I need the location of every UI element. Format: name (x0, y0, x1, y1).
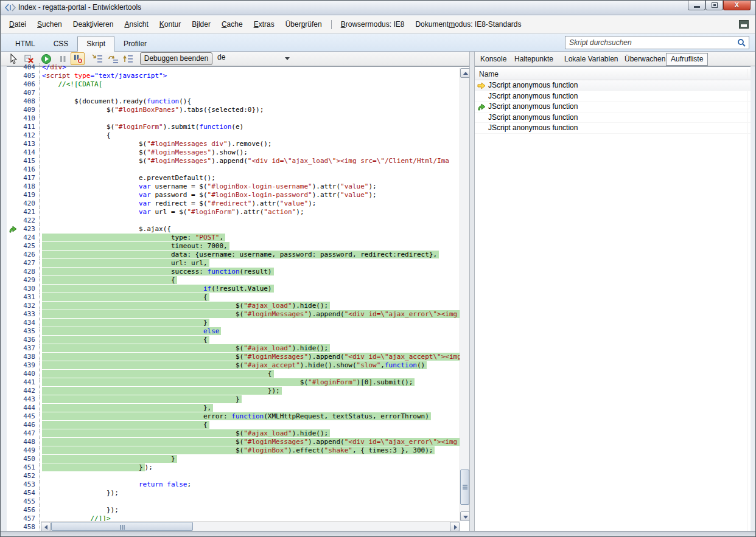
code-text[interactable]: $("#loginBox").effect("shake", { times:3… (40, 446, 435, 455)
tab-skript[interactable]: Skript (77, 36, 114, 52)
code-text[interactable]: } (40, 319, 209, 327)
code-text[interactable]: success: function(result) (40, 268, 274, 276)
code-text[interactable]: $("#ajax_load").hide(); (40, 302, 330, 310)
code-text[interactable]: else (40, 327, 221, 336)
tab-css[interactable]: CSS (44, 36, 78, 52)
code-line[interactable]: 417 e.preventDefault(); (7, 174, 460, 182)
code-line[interactable]: 407 (7, 89, 460, 97)
breakpoint-margin[interactable] (7, 446, 20, 455)
breakpoint-margin[interactable] (7, 199, 20, 208)
menu-mode[interactable]: Browsermodus: IE8 (335, 18, 410, 30)
panel-splitter[interactable] (469, 52, 475, 531)
code-text[interactable]: return false; (40, 480, 191, 489)
code-line[interactable]: 455 (7, 497, 460, 506)
code-line[interactable]: 453 return false; (7, 480, 460, 489)
code-line[interactable]: 421 var url = $("#loginForm").attr("acti… (7, 208, 460, 217)
breakpoint-margin[interactable] (7, 80, 20, 89)
breakpoint-margin[interactable] (7, 140, 20, 148)
breakpoint-margin[interactable] (7, 208, 20, 217)
breakpoint-margin[interactable] (7, 395, 20, 404)
code-text[interactable]: var url = $("#loginForm").attr("action")… (40, 208, 304, 217)
code-text[interactable]: </div> (40, 63, 66, 72)
code-text[interactable]: $("#loginBoxPanes").tabs({selected:0}); (40, 106, 264, 114)
code-editor[interactable]: 404</div>405<script type="text/javascrip… (7, 63, 460, 531)
code-line[interactable]: 422 (7, 217, 460, 225)
code-line[interactable]: 426 data: {username: username, password:… (7, 251, 460, 259)
call-stack-row[interactable]: JScript anonymous function (475, 80, 751, 91)
menu-überprüfen[interactable]: Überprüfen (280, 18, 327, 30)
breakpoint-margin[interactable] (7, 63, 20, 72)
code-text[interactable]: { (40, 276, 177, 285)
breakpoint-margin[interactable] (7, 353, 20, 361)
breakpoint-margin[interactable] (7, 131, 20, 140)
breakpoint-margin[interactable] (7, 472, 20, 480)
code-text[interactable]: { (40, 370, 274, 378)
breakpoint-margin[interactable] (7, 489, 20, 497)
breakpoint-margin[interactable] (7, 429, 20, 438)
code-line[interactable]: 434 } (7, 319, 460, 327)
script-search-input[interactable]: Skript durchsuchen (565, 36, 749, 49)
breakpoint-margin[interactable] (7, 361, 20, 370)
code-line[interactable]: 404</div> (7, 63, 460, 72)
code-line[interactable]: 427 url: url, (7, 259, 460, 268)
code-line[interactable]: 456 }); (7, 506, 460, 514)
breakpoint-margin[interactable] (7, 114, 20, 123)
code-line[interactable]: 418 var username = $("#loginBox-login-us… (7, 182, 460, 191)
code-text[interactable]: $.ajax({ (40, 225, 171, 234)
code-text[interactable]: $("#loginMessages div").remove(); (40, 140, 272, 148)
breakpoint-margin[interactable] (7, 285, 20, 293)
breakpoint-margin[interactable] (7, 412, 20, 421)
breakpoint-margin[interactable] (7, 191, 20, 199)
code-line[interactable]: 442 }); (7, 387, 460, 395)
breakpoint-margin[interactable] (7, 268, 20, 276)
code-line[interactable]: 406 //<![CDATA[ (7, 80, 460, 89)
scroll-up-button[interactable] (460, 68, 470, 78)
menu-mode[interactable]: Dokumentmodus: IE8-Standards (410, 18, 527, 30)
code-text[interactable] (40, 472, 42, 480)
breakpoint-margin[interactable] (7, 97, 20, 106)
code-text[interactable] (40, 217, 42, 225)
close-button[interactable]: X (723, 1, 751, 10)
breakpoint-margin[interactable] (7, 497, 20, 506)
code-line[interactable]: 408 $(document).ready(function(){ (7, 97, 460, 106)
code-line[interactable]: 433 $("#loginMessages").append("<div id=… (7, 310, 460, 319)
code-text[interactable]: <script type="text/javascript"> (40, 72, 167, 80)
panel-tab-überwachen[interactable]: Überwachen (625, 55, 665, 63)
code-line[interactable]: 429 { (7, 276, 460, 285)
breakpoint-margin[interactable] (7, 165, 20, 174)
code-line[interactable]: 412 { (7, 131, 460, 140)
panel-tab-lokale-variablen[interactable]: Lokale Variablen (564, 55, 618, 63)
code-line[interactable]: 435 else (7, 327, 460, 336)
code-text[interactable]: var username = $("#loginBox-login-userna… (40, 182, 377, 191)
breakpoint-margin[interactable] (7, 310, 20, 319)
script-source-panel[interactable]: 404</div>405<script type="text/javascrip… (7, 66, 469, 531)
code-text[interactable]: $("#loginMessages").show(); (40, 148, 248, 157)
code-line[interactable]: 413 $("#loginMessages div").remove(); (7, 140, 460, 148)
breakpoint-margin[interactable] (7, 463, 20, 472)
code-text[interactable]: error: function(XMLHttpRequest, textStat… (40, 412, 431, 421)
breakpoint-margin[interactable] (7, 523, 20, 531)
code-line[interactable]: 451 }); (7, 463, 460, 472)
code-line[interactable]: 420 var redirect = $("#redirect").attr("… (7, 199, 460, 208)
call-stack-row[interactable]: JScript anonymous function (475, 91, 751, 102)
breakpoint-margin[interactable] (7, 123, 20, 131)
code-text[interactable]: { (40, 131, 111, 140)
code-text[interactable]: $("#ajax_load").hide(); (40, 344, 330, 353)
breakpoint-margin[interactable] (7, 421, 20, 429)
code-text[interactable]: e.preventDefault(); (40, 174, 215, 182)
breakpoint-margin[interactable] (7, 106, 20, 114)
search-icon[interactable] (737, 38, 746, 47)
menu-kontur[interactable]: Kontur (154, 18, 186, 30)
code-text[interactable]: }); (40, 463, 153, 472)
code-text[interactable]: timeout: 7000, (40, 242, 229, 251)
code-text[interactable]: }); (40, 387, 282, 395)
unpin-window-icon[interactable] (739, 20, 749, 29)
minimize-button[interactable] (688, 1, 705, 10)
breakpoint-margin[interactable] (7, 251, 20, 259)
menu-extras[interactable]: Extras (248, 18, 280, 30)
code-text[interactable]: $("#loginMessages").append("<div id=\"aj… (40, 353, 460, 361)
code-line[interactable]: 415 $("#loginMessages").append("<div id=… (7, 157, 460, 165)
code-line[interactable]: 431 { (7, 293, 460, 302)
call-stack-row[interactable]: JScript anonymous function (475, 113, 751, 123)
code-text[interactable]: var password = $("#loginBox-login-passwo… (40, 191, 377, 199)
